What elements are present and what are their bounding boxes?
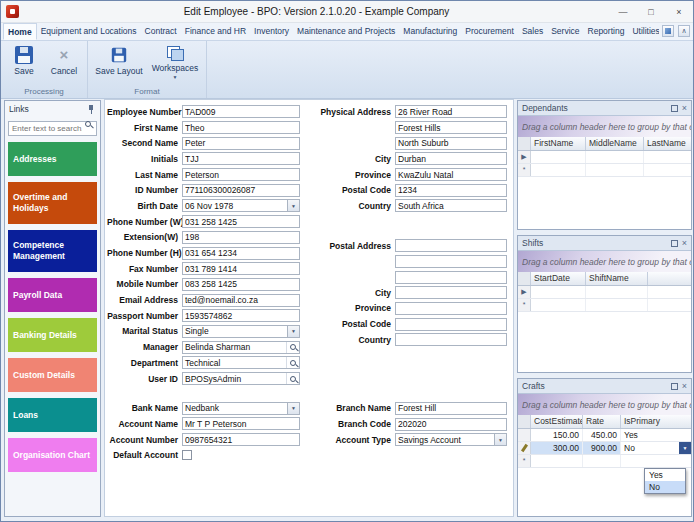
cell-lastname[interactable] <box>644 164 691 176</box>
birth-date-combo[interactable]: 06 Nov 1978▼ <box>182 199 300 212</box>
physical-address-line2-input[interactable] <box>395 121 507 134</box>
search-icon[interactable] <box>85 121 91 127</box>
column-header-shiftname[interactable]: ShiftName <box>586 272 648 285</box>
default-account-checkbox[interactable] <box>182 450 192 460</box>
links-item-custom-details[interactable]: Custom Details <box>8 358 97 392</box>
editor-dropdown-button[interactable]: ▼ <box>679 442 691 454</box>
tab-sales[interactable]: Sales <box>518 23 547 40</box>
column-header-rate[interactable]: Rate <box>583 415 621 428</box>
links-item-payroll-data[interactable]: Payroll Data <box>8 278 97 312</box>
cell-costestimate[interactable]: 300.00 <box>531 442 583 454</box>
last-name-input[interactable] <box>182 168 300 181</box>
cell-costestimate[interactable] <box>531 455 583 467</box>
minimize-button[interactable]: — <box>609 2 637 22</box>
table-row[interactable]: ▶ <box>518 151 691 164</box>
links-item-loans[interactable]: Loans <box>8 398 97 432</box>
column-header-lastname[interactable]: LastName <box>644 137 691 150</box>
id-number-input[interactable] <box>182 184 300 197</box>
postal-address-line1-input[interactable] <box>395 239 507 252</box>
physical-province-input[interactable] <box>395 168 507 181</box>
ribbon-minimize-icon[interactable]: ∧ <box>678 25 690 37</box>
close-button[interactable]: × <box>665 2 693 22</box>
branch-name-input[interactable] <box>395 402 507 415</box>
cell-rate[interactable] <box>583 455 621 467</box>
tab-procurement[interactable]: Procurement <box>461 23 518 40</box>
skin-gallery-icon[interactable] <box>662 25 674 37</box>
branch-code-input[interactable] <box>395 418 507 431</box>
physical-postal-code-input[interactable] <box>395 184 507 197</box>
tab-home[interactable]: Home <box>3 23 37 40</box>
dropdown-arrow-icon[interactable]: ▼ <box>287 326 299 337</box>
tab-reporting[interactable]: Reporting <box>584 23 629 40</box>
table-row[interactable]: 150.00 450.00 Yes <box>518 429 691 442</box>
tab-contract[interactable]: Contract <box>141 23 181 40</box>
crafts-panel-header[interactable]: Crafts × <box>518 379 691 394</box>
shifts-panel-header[interactable]: Shifts × <box>518 236 691 251</box>
cell-firstname[interactable] <box>531 151 586 163</box>
extension-work-input[interactable] <box>182 231 300 244</box>
department-lookup[interactable]: Technical <box>182 356 300 369</box>
links-item-overtime-and-holidays[interactable]: Overtime and Holidays <box>8 182 97 224</box>
department-lookup-button[interactable] <box>286 357 299 368</box>
postal-postal-code-input[interactable] <box>395 318 507 331</box>
cell-shiftname[interactable] <box>586 299 648 311</box>
cell-middlename[interactable] <box>586 164 644 176</box>
initials-input[interactable] <box>182 152 300 165</box>
dropdown-option-no[interactable]: No <box>645 481 685 493</box>
maximize-panel-icon[interactable] <box>671 240 678 247</box>
physical-address-line1-input[interactable] <box>395 105 507 118</box>
table-row[interactable]: ▶ <box>518 286 691 299</box>
column-header-isprimary[interactable]: IsPrimary <box>621 415 691 428</box>
tab-manufacturing[interactable]: Manufacturing <box>399 23 461 40</box>
pin-icon[interactable] <box>86 104 96 114</box>
postal-address-line3-input[interactable] <box>395 271 507 284</box>
new-row[interactable]: * <box>518 299 691 312</box>
maximize-panel-icon[interactable] <box>671 383 678 390</box>
cell-shiftname[interactable] <box>586 286 648 298</box>
user-id-lookup-button[interactable] <box>286 373 299 384</box>
physical-address-line3-input[interactable] <box>395 137 507 150</box>
links-item-addresses[interactable]: Addresses <box>8 142 97 176</box>
maximize-panel-icon[interactable] <box>671 105 678 112</box>
user-id-lookup[interactable]: BPOSysAdmin <box>182 372 300 385</box>
email-address-input[interactable] <box>182 294 300 307</box>
cell-rate[interactable]: 450.00 <box>583 429 621 441</box>
physical-country-input[interactable] <box>395 199 507 212</box>
new-row[interactable]: * <box>518 164 691 177</box>
fax-number-input[interactable] <box>182 262 300 275</box>
passport-number-input[interactable] <box>182 309 300 322</box>
bank-name-combo[interactable]: Nedbank▼ <box>182 402 300 415</box>
cancel-button[interactable]: × Cancel <box>45 43 83 86</box>
dependants-panel-header[interactable]: Dependants × <box>518 101 691 116</box>
tab-maintenance-and-projects[interactable]: Maintenance and Projects <box>293 23 399 40</box>
workspaces-dropdown-icon[interactable]: ▼ <box>173 74 178 80</box>
physical-city-input[interactable] <box>395 152 507 165</box>
group-by-area[interactable]: Drag a column header here to group by th… <box>518 251 691 272</box>
table-row-editing[interactable]: 300.00 900.00 No ▼ <box>518 442 691 455</box>
tab-service[interactable]: Service <box>547 23 583 40</box>
marital-status-combo[interactable]: Single▼ <box>182 325 300 338</box>
mobile-number-input[interactable] <box>182 278 300 291</box>
postal-province-input[interactable] <box>395 302 507 315</box>
dropdown-arrow-icon[interactable]: ▼ <box>287 200 299 211</box>
dropdown-option-yes[interactable]: Yes <box>645 469 685 481</box>
dropdown-arrow-icon[interactable]: ▼ <box>287 403 299 414</box>
cell-blank[interactable] <box>648 286 691 298</box>
account-name-input[interactable] <box>182 417 300 430</box>
cell-startdate[interactable] <box>531 286 586 298</box>
close-panel-icon[interactable]: × <box>682 239 687 247</box>
cell-rate[interactable]: 900.00 <box>583 442 621 454</box>
cell-firstname[interactable] <box>531 164 586 176</box>
cell-isprimary[interactable]: Yes <box>621 429 691 441</box>
column-header-startdate[interactable]: StartDate <box>531 272 586 285</box>
cell-lastname[interactable] <box>644 151 691 163</box>
cell-startdate[interactable] <box>531 299 586 311</box>
tab-finance-and-hr[interactable]: Finance and HR <box>181 23 250 40</box>
links-item-competence-management[interactable]: Competence Management <box>8 230 97 272</box>
column-header-firstname[interactable]: FirstName <box>531 137 586 150</box>
links-item-organisation-chart[interactable]: Organisation Chart <box>8 438 97 472</box>
cell-middlename[interactable] <box>586 151 644 163</box>
group-by-area[interactable]: Drag a column header here to group by th… <box>518 394 691 415</box>
maximize-button[interactable]: □ <box>637 2 665 22</box>
cell-blank[interactable] <box>648 299 691 311</box>
